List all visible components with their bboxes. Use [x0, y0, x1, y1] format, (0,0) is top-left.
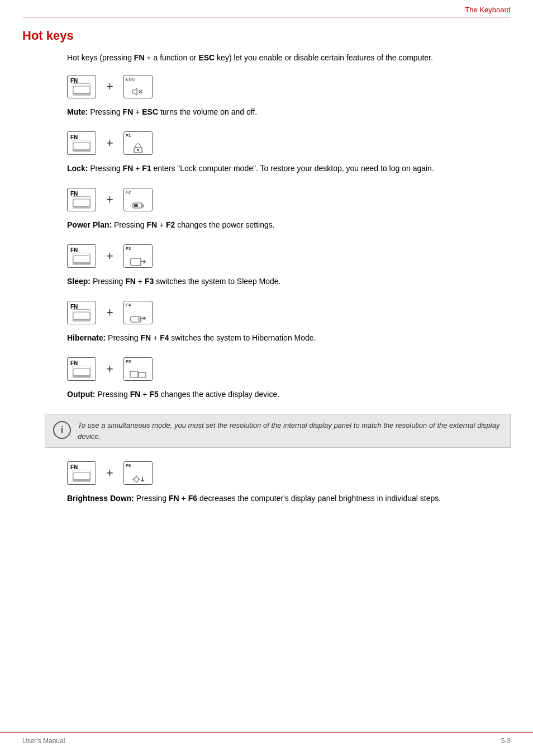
plus-sleep: + — [106, 249, 113, 263]
plus-hibernate: + — [106, 305, 113, 320]
footer-right: 5-3 — [501, 737, 511, 745]
fn-key-sleep: FN — [67, 244, 96, 268]
section-title: Hot keys — [22, 29, 511, 43]
key-combo-power: FN + F2 — [67, 188, 511, 211]
plus-brightness: + — [106, 466, 113, 480]
svg-marker-2 — [132, 88, 137, 95]
power-desc: Power Plan: Pressing FN + F2 changes the… — [67, 219, 511, 231]
plus-output: + — [106, 362, 113, 376]
sleep-desc: Sleep: Pressing FN + F3 switches the sys… — [67, 276, 511, 287]
f6-key: F6 — [123, 461, 153, 485]
info-box: i To use a simultaneous mode, you must s… — [45, 414, 511, 448]
svg-rect-9 — [73, 199, 90, 206]
svg-point-8 — [137, 149, 139, 151]
svg-rect-20 — [131, 316, 141, 322]
f5-key: F5 — [123, 357, 153, 381]
svg-rect-10 — [73, 206, 91, 208]
svg-rect-19 — [73, 319, 91, 321]
plus-power: + — [106, 192, 113, 207]
fn-key-brightness: FN — [67, 461, 96, 485]
svg-rect-15 — [73, 263, 91, 264]
svg-rect-27 — [73, 472, 90, 480]
svg-rect-5 — [73, 143, 90, 150]
svg-rect-1 — [73, 93, 91, 95]
fn-key-hibernate: FN — [67, 301, 96, 324]
svg-rect-0 — [73, 86, 90, 93]
fn-key-power: FN — [67, 188, 96, 211]
svg-point-21 — [138, 318, 140, 320]
fn-key-lock: FN — [67, 131, 96, 155]
svg-rect-23 — [73, 368, 90, 376]
red-separator — [22, 17, 511, 17]
f3-key: F3 — [123, 244, 153, 268]
svg-rect-14 — [73, 256, 90, 263]
plus-lock: + — [106, 136, 113, 150]
svg-rect-18 — [73, 312, 90, 319]
svg-rect-25 — [130, 371, 138, 377]
info-text: To use a simultaneous mode, you must set… — [78, 420, 502, 442]
footer-left: User's Manual — [22, 737, 65, 745]
key-combo-hibernate: FN + F4 — [67, 301, 511, 324]
brightness-desc: Brightness Down: Pressing FN + F6 decrea… — [67, 493, 511, 504]
info-icon: i — [53, 421, 71, 439]
svg-rect-26 — [139, 372, 146, 377]
key-combo-brightness: FN + F6 — [67, 461, 511, 485]
output-desc: Output: Pressing FN + F5 changes the act… — [67, 389, 511, 400]
svg-rect-28 — [73, 480, 91, 481]
footer: User's Manual 5-3 — [0, 732, 533, 745]
header-area: The Keyboard — [0, 0, 533, 17]
svg-rect-13 — [134, 204, 138, 207]
f4-key: F4 — [123, 301, 153, 324]
svg-point-29 — [134, 477, 139, 481]
esc-key: ESC — [123, 75, 153, 98]
lock-desc: Lock: Pressing FN + F1 enters "Lock comp… — [67, 163, 511, 174]
svg-rect-12 — [142, 205, 144, 207]
key-combo-lock: FN + F1 — [67, 131, 511, 155]
hibernate-desc: Hibernate: Pressing FN + F4 switches the… — [67, 332, 511, 344]
f2-key: F2 — [123, 188, 153, 211]
svg-rect-6 — [73, 150, 91, 152]
mute-desc: Mute: Pressing FN + ESC turns the volume… — [67, 106, 511, 118]
svg-rect-24 — [73, 376, 91, 377]
key-combo-output: FN + F5 — [67, 357, 511, 381]
page-container: The Keyboard Hot keys Hot keys (pressing… — [0, 0, 533, 756]
plus-mute: + — [106, 79, 113, 94]
svg-rect-16 — [131, 258, 141, 266]
key-combo-sleep: FN + F3 — [67, 244, 511, 268]
intro-block: Hot keys (pressing FN + a function or ES… — [67, 52, 511, 64]
key-combo-mute: FN + ESC — [67, 75, 511, 98]
content: Hot keys Hot keys (pressing FN + a funct… — [0, 29, 533, 551]
intro-text: Hot keys (pressing FN + a function or ES… — [67, 52, 511, 64]
fn-key-output: FN — [67, 357, 96, 381]
header-title: The Keyboard — [465, 6, 511, 14]
f1-key: F1 — [123, 131, 153, 155]
fn-key-mute: FN — [67, 75, 96, 98]
